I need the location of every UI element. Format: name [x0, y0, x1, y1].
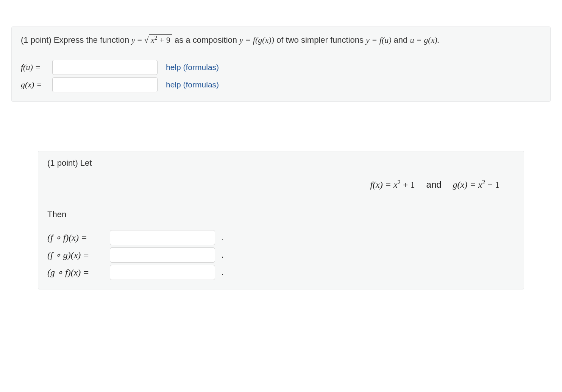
- text: Express the function: [54, 35, 129, 45]
- f-def-rhs: + 1: [401, 180, 415, 190]
- points-label: (1 point): [21, 35, 52, 45]
- period: .: [221, 233, 223, 243]
- gf-row: (g ∘ f)(x) = .: [47, 265, 515, 280]
- gx-row: g(x) = help (formulas): [21, 77, 541, 92]
- gx-input[interactable]: [52, 77, 158, 92]
- text: of two simpler functions: [276, 35, 364, 45]
- f-def-lhs: f(x) = x: [370, 180, 397, 190]
- problem-1-prompt: (1 point) Express the function y = √ x2 …: [21, 34, 541, 58]
- var-y: y: [131, 35, 135, 45]
- fu-input[interactable]: [52, 60, 158, 75]
- fu-label: f(u) =: [21, 62, 49, 72]
- g-def-lhs: g(x) = x: [453, 180, 482, 190]
- ff-label: (f ∘ f)(x) =: [47, 232, 106, 243]
- fu-row: f(u) = help (formulas): [21, 60, 541, 75]
- let-text: Let: [80, 158, 92, 168]
- text: as a composition: [175, 35, 237, 45]
- then-text: Then: [47, 210, 515, 219]
- problem-2-prompt: (1 point) Let: [47, 158, 515, 168]
- and: and: [394, 35, 408, 45]
- period: .: [221, 268, 223, 277]
- gf-input[interactable]: [110, 265, 215, 280]
- fg-row: (f ∘ g)(x) = .: [47, 247, 515, 263]
- help-formulas-link[interactable]: help (formulas): [166, 63, 219, 72]
- gx-label: g(x) =: [21, 80, 49, 90]
- ff-row: (f ∘ f)(x) = .: [47, 230, 515, 245]
- sqrt-symbol: √: [144, 35, 149, 45]
- problem-1: (1 point) Express the function y = √ x2 …: [11, 26, 551, 102]
- gf-label: (g ∘ f)(x) =: [47, 267, 106, 278]
- g-def-rhs: − 1: [485, 180, 500, 190]
- ff-input[interactable]: [110, 230, 215, 245]
- radicand: x2 + 9: [149, 34, 173, 45]
- fg-label: (f ∘ g)(x) =: [47, 250, 106, 260]
- and-text: and: [426, 179, 442, 190]
- plus9: + 9: [158, 35, 170, 45]
- points-label: (1 point): [47, 158, 78, 168]
- y-fu: y = f(u): [366, 35, 391, 45]
- period: .: [221, 250, 223, 260]
- function-definitions: f(x) = x2 + 1 and g(x) = x2 − 1: [47, 179, 500, 190]
- u-gx: u = g(x).: [410, 35, 439, 45]
- composition-eq: y = f(g(x)): [239, 35, 274, 45]
- var-x: x: [151, 35, 155, 45]
- help-formulas-link[interactable]: help (formulas): [166, 80, 219, 89]
- problem-2: (1 point) Let f(x) = x2 + 1 and g(x) = x…: [38, 151, 524, 289]
- fg-input[interactable]: [110, 247, 215, 263]
